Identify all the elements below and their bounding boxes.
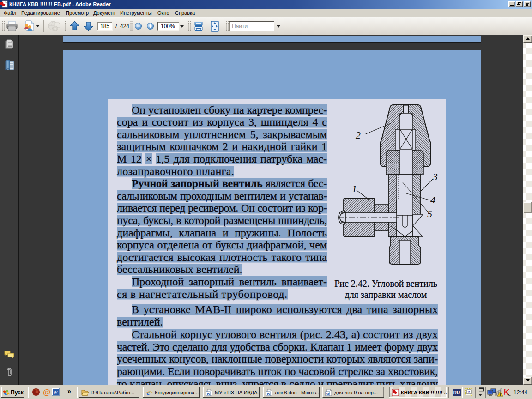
svg-text:W: W [266,392,271,396]
svg-text:4: 4 [430,194,435,206]
svg-text:W: W [326,392,330,396]
svg-text:@: @ [43,388,51,396]
svg-text:2: 2 [356,129,361,141]
svg-text:3: 3 [432,171,438,182]
svg-text:5: 5 [427,208,432,219]
svg-text:?: ? [468,390,471,394]
svg-text:1: 1 [352,183,357,194]
svg-text:W: W [53,389,58,395]
svg-text:W: W [206,392,211,396]
